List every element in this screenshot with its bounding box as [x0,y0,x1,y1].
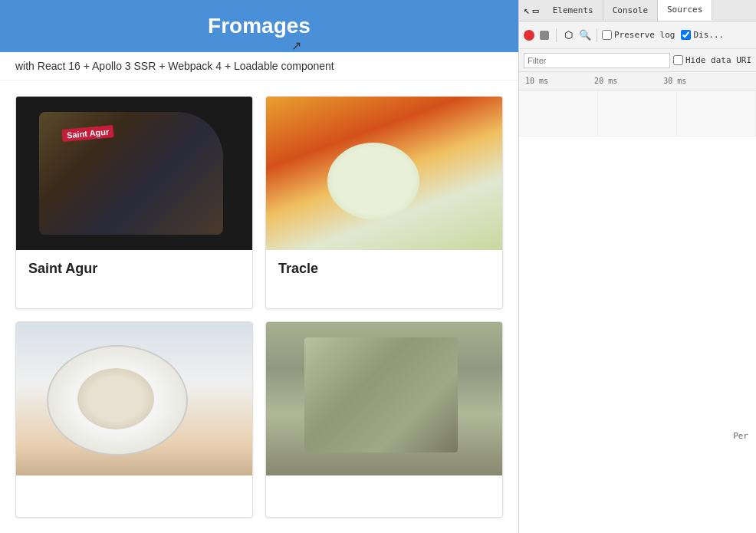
cheese-card-third[interactable] [15,321,253,518]
hide-data-url-label[interactable]: Hide data URI [673,55,751,65]
app-title: Fromages [15,14,503,38]
disable-cache-label[interactable]: Dis... [681,30,724,40]
cheese-card-fourth[interactable] [265,321,503,518]
devtools-toolbar: ⬡ 🔍 Preserve log Dis... [519,21,756,49]
cheese-image-fourth [266,322,502,475]
stop-icon[interactable] [537,28,551,42]
devtools-panel: ↖ ▭ Elements Console Sources ⬡ 🔍 Preserv… [518,0,756,533]
preserve-log-checkbox[interactable] [602,30,612,40]
devtools-filter-bar: Hide data URI [519,49,756,72]
filter-input[interactable] [524,53,670,68]
cheese-name-fourth [266,475,502,497]
timeline-marker-30ms: 30 ms [663,77,686,85]
cheese-name-saint-agur: Saint Agur [16,250,252,288]
filter-icon[interactable]: ⬡ [561,28,575,42]
timeline-marker-10ms: 10 ms [525,77,548,85]
per-label: Per [733,431,748,441]
timeline-header: 10 ms 20 ms 30 ms [519,72,756,90]
toolbar-divider-2 [597,28,597,42]
tab-elements[interactable]: Elements [544,0,603,21]
cheese-card-saint-agur[interactable]: Saint Agur [15,96,253,309]
hide-data-url-checkbox[interactable] [673,55,683,65]
record-button[interactable] [524,30,534,41]
network-content: Per [519,90,756,533]
disable-cache-checkbox[interactable] [681,30,691,40]
cheese-image-saint-agur [16,97,252,250]
cursor-icon[interactable]: ↖ [524,5,530,16]
cheese-name-tracle: Tracle [266,250,502,288]
devtools-tabs: ↖ ▭ Elements Console Sources [519,0,756,21]
app-header: Fromages [0,0,518,52]
tab-console[interactable]: Console [603,0,658,21]
cheese-grid: Saint Agur Tracle [0,81,518,533]
cheese-card-tracle[interactable]: Tracle [265,96,503,309]
cheese-image-tracle [266,97,502,250]
search-icon[interactable]: 🔍 [578,28,592,42]
cheese-image-third [16,322,252,475]
app-subtitle: with React 16 + Apollo 3 SSR + Webpack 4… [0,52,518,81]
preserve-log-label[interactable]: Preserve log [602,30,675,40]
tab-sources[interactable]: Sources [658,0,712,21]
timeline-marker-20ms: 20 ms [594,77,617,85]
mobile-icon[interactable]: ▭ [533,5,539,16]
toolbar-divider [556,28,557,42]
cheese-name-third [16,475,252,497]
app-area: Fromages with React 16 + Apollo 3 SSR + … [0,0,518,533]
